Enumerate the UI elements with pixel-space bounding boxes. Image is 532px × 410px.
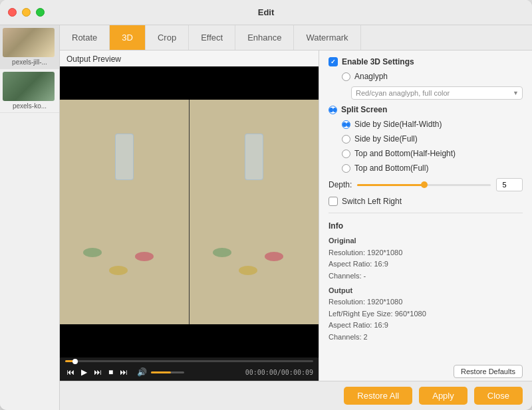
original-resolution: Resolution: 1920*1080 <box>329 247 523 259</box>
thumbnail-1 <box>3 72 55 101</box>
sidebar-item-0[interactable]: pexels-jill-... <box>0 25 59 69</box>
tab-3d[interactable]: 3D <box>110 25 146 50</box>
progress-bar[interactable] <box>65 360 313 362</box>
bottom-bar: Restore All Apply Close <box>60 381 532 410</box>
glass-right <box>245 134 263 180</box>
side-full-label: Side by Side(Full) <box>354 134 418 144</box>
anaglyph-row: Anaglyph <box>329 72 523 81</box>
tab-watermark[interactable]: Watermark <box>294 25 360 50</box>
volume-bar[interactable] <box>151 371 184 373</box>
tab-rotate[interactable]: Rotate <box>60 25 110 50</box>
preview-area: Output Preview <box>60 51 319 381</box>
depth-label: Depth: <box>329 180 352 189</box>
top-black-bar <box>60 66 319 100</box>
output-aspect: Aspect Ratio: 16:9 <box>329 320 523 332</box>
enable-3d-checkbox[interactable] <box>329 57 338 66</box>
switch-lr-label: Switch Left Right <box>342 197 402 206</box>
depth-slider-thumb[interactable] <box>421 181 428 188</box>
output-resolution: Resolution: 1920*1080 <box>329 296 523 308</box>
restore-all-button[interactable]: Restore All <box>344 387 412 405</box>
content-area: pexels-jill-... pexels-ko... Rotate 3D <box>0 25 532 410</box>
depth-row: Depth: 5 <box>329 178 523 191</box>
depth-slider-track[interactable] <box>357 184 491 186</box>
top-half-radio[interactable] <box>342 150 350 158</box>
thumb-image-0 <box>3 28 55 57</box>
glass-left <box>115 134 134 180</box>
anaglyph-label: Anaglyph <box>354 72 388 81</box>
side-full-radio[interactable] <box>342 135 350 144</box>
macaron-yellow-left <box>109 266 128 275</box>
thumbnail-0 <box>3 28 55 57</box>
depth-input[interactable]: 5 <box>496 178 523 191</box>
divider <box>329 213 523 213</box>
volume-area: 🔊 <box>136 366 184 378</box>
macaron-green-right <box>213 248 231 257</box>
split-screen-label: Split Screen <box>341 105 387 114</box>
split-screen-radio[interactable] <box>329 106 337 114</box>
macaron-pink-right <box>265 252 283 261</box>
top-half-label: Top and Bottom(Half-Height) <box>354 149 456 158</box>
original-channels: Channels: - <box>329 270 523 282</box>
tab-effect[interactable]: Effect <box>189 25 235 50</box>
maximize-window-button[interactable] <box>36 8 45 17</box>
volume-icon[interactable]: 🔊 <box>136 366 148 378</box>
tab-enhance[interactable]: Enhance <box>235 25 294 50</box>
depth-slider-fill <box>357 184 424 186</box>
window-controls <box>8 8 45 17</box>
switch-lr-checkbox[interactable] <box>329 197 338 206</box>
restore-defaults-button[interactable]: Restore Defaults <box>454 365 523 378</box>
apply-button[interactable]: Apply <box>419 387 467 405</box>
tab-crop[interactable]: Crop <box>146 25 189 50</box>
thumb-image-1 <box>3 72 55 101</box>
scene-right <box>190 100 319 324</box>
split-screen-row: Split Screen <box>329 105 523 114</box>
restore-defaults-area: Restore Defaults <box>319 362 532 381</box>
sidebar-item-1[interactable]: pexels-ko... <box>0 69 59 113</box>
settings-inner: Enable 3D Settings Anaglyph Red/cyan ana… <box>319 51 532 362</box>
bottom-black-bar <box>60 324 319 358</box>
top-full-radio[interactable] <box>342 164 350 173</box>
settings-column: Enable 3D Settings Anaglyph Red/cyan ana… <box>319 51 532 381</box>
end-button[interactable]: ⏭ <box>118 366 129 378</box>
info-section: Info Original Resolution: 1920*1080 Aspe… <box>329 220 523 344</box>
preview-controls: ⏮ ▶ ⏭ ■ ⏭ 🔊 00:00:00/00:00:09 <box>60 358 319 381</box>
side-half-radio[interactable] <box>342 120 350 129</box>
macaron-yellow-right <box>239 266 257 275</box>
progress-thumb <box>72 359 78 364</box>
window-title: Edit <box>258 7 275 17</box>
side-by-side-half-row: Side by Side(Half-Width) <box>329 120 523 129</box>
stop-button[interactable]: ■ <box>107 366 114 378</box>
edit-area: Output Preview <box>60 51 532 381</box>
time-display: 00:00:00/00:00:09 <box>245 369 313 376</box>
controls-row: ⏮ ▶ ⏭ ■ ⏭ 🔊 00:00:00/00:00:09 <box>65 366 313 378</box>
anaglyph-select[interactable]: Red/cyan anaglyph, full color <box>351 86 523 100</box>
info-title: Info <box>329 220 523 233</box>
scene-left <box>60 100 189 324</box>
play-button[interactable]: ▶ <box>80 366 88 378</box>
switch-lr-row: Switch Left Right <box>329 197 523 206</box>
sidebar-label-0: pexels-jill-... <box>3 58 57 66</box>
skip-forward-button[interactable]: ⏭ <box>92 366 103 378</box>
close-button[interactable]: Close <box>474 387 523 405</box>
title-bar: Edit <box>0 0 532 25</box>
top-bottom-full-row: Top and Bottom(Full) <box>329 163 523 173</box>
minimize-window-button[interactable] <box>22 8 31 17</box>
volume-fill <box>151 371 171 373</box>
anaglyph-radio[interactable] <box>342 72 350 81</box>
sidebar-label-1: pexels-ko... <box>3 102 57 110</box>
preview-label: Output Preview <box>60 51 319 66</box>
video-wrapper <box>60 66 319 358</box>
output-channels: Channels: 2 <box>329 332 523 344</box>
close-window-button[interactable] <box>8 8 17 17</box>
preview-right <box>189 100 319 324</box>
main-window: Edit pexels-jill-... pexels-ko... <box>0 0 532 410</box>
enable-3d-row: Enable 3D Settings <box>329 57 523 66</box>
anaglyph-dropdown-wrapper: Red/cyan anaglyph, full color ▼ <box>329 86 523 100</box>
right-panel: Rotate 3D Crop Effect Enhance Watermark <box>60 25 532 410</box>
preview-left <box>60 100 189 324</box>
enable-3d-label: Enable 3D Settings <box>342 57 414 66</box>
side-half-label: Side by Side(Half-Width) <box>354 120 442 129</box>
macaron-pink-left <box>135 252 154 261</box>
skip-back-button[interactable]: ⏮ <box>65 366 76 378</box>
output-subtitle: Output <box>329 285 523 297</box>
